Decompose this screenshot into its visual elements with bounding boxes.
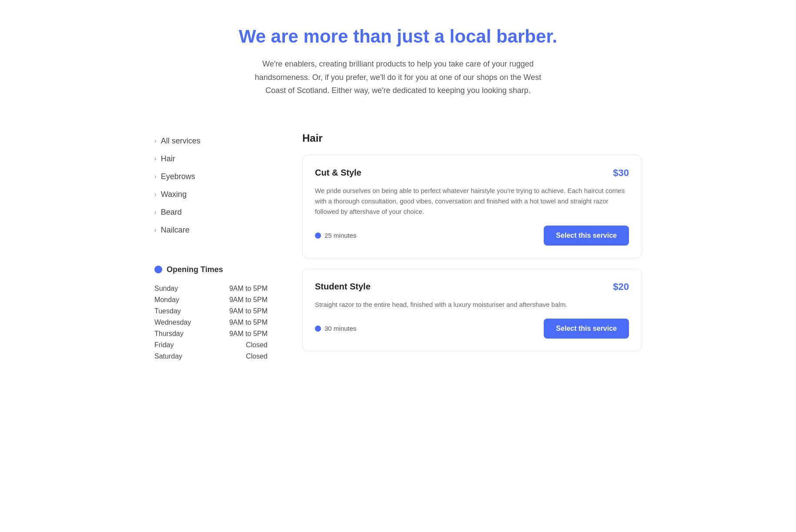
nav-item[interactable]: ›Eyebrows	[154, 168, 268, 186]
duration-text: 25 minutes	[324, 232, 356, 239]
hours-row: Thursday 9AM to 5PM	[154, 328, 268, 339]
hours-time: 9AM to 5PM	[210, 317, 268, 328]
services-category-title: Hair	[302, 132, 642, 144]
service-name: Cut & Style	[315, 168, 361, 178]
nav-item-label: Beard	[161, 208, 182, 217]
chevron-icon: ›	[154, 209, 157, 216]
services-area: Hair Cut & Style $30 We pride ourselves …	[302, 132, 642, 362]
nav-item[interactable]: ›Waxing	[154, 186, 268, 203]
service-description: We pride ourselves on being able to perf…	[315, 186, 629, 217]
hours-day: Friday	[154, 339, 210, 351]
duration-dot	[315, 326, 321, 332]
chevron-icon: ›	[154, 137, 157, 144]
hours-row: Sunday 9AM to 5PM	[154, 283, 268, 294]
nav-item-label: All services	[161, 136, 201, 146]
select-service-button[interactable]: Select this service	[544, 319, 629, 339]
opening-times-dot	[154, 266, 162, 273]
service-card: Student Style $20 Straight razor to the …	[302, 269, 642, 351]
nav-item[interactable]: ›Beard	[154, 203, 268, 221]
hours-row: Tuesday 9AM to 5PM	[154, 306, 268, 317]
hero-section: We are more than just a local barber. We…	[154, 26, 642, 97]
select-service-button[interactable]: Select this service	[544, 226, 629, 246]
nav-item-label: Hair	[161, 154, 175, 163]
service-description: Straight razor to the entire head, finis…	[315, 299, 629, 310]
duration-badge: 25 minutes	[315, 232, 356, 239]
opening-times-header: Opening Times	[154, 265, 268, 274]
chevron-icon: ›	[154, 173, 157, 180]
service-card: Cut & Style $30 We pride ourselves on be…	[302, 155, 642, 258]
service-price: $30	[613, 167, 629, 179]
hours-row: Saturday Closed	[154, 351, 268, 362]
hours-day: Monday	[154, 294, 210, 306]
service-card-header: Student Style $20	[315, 281, 629, 293]
hours-day: Sunday	[154, 283, 210, 294]
page-wrapper: We are more than just a local barber. We…	[137, 0, 659, 388]
services-list: Cut & Style $30 We pride ourselves on be…	[302, 155, 642, 351]
nav-item[interactable]: ›Nailcare	[154, 221, 268, 239]
hours-row: Wednesday 9AM to 5PM	[154, 317, 268, 328]
nav-item[interactable]: ›All services	[154, 132, 268, 150]
chevron-icon: ›	[154, 191, 157, 198]
nav-item-label: Eyebrows	[161, 172, 195, 181]
service-card-header: Cut & Style $30	[315, 167, 629, 179]
hours-day: Saturday	[154, 351, 210, 362]
hours-time: 9AM to 5PM	[210, 328, 268, 339]
service-card-footer: 30 minutes Select this service	[315, 319, 629, 339]
chevron-icon: ›	[154, 155, 157, 162]
hero-title: We are more than just a local barber.	[154, 26, 642, 47]
services-nav-list: ›All services›Hair›Eyebrows›Waxing›Beard…	[154, 132, 268, 239]
hours-row: Monday 9AM to 5PM	[154, 294, 268, 306]
service-price: $20	[613, 281, 629, 293]
opening-times-title: Opening Times	[167, 265, 223, 274]
sidebar: ›All services›Hair›Eyebrows›Waxing›Beard…	[154, 132, 268, 362]
hours-time: 9AM to 5PM	[210, 306, 268, 317]
hours-day: Thursday	[154, 328, 210, 339]
duration-text: 30 minutes	[324, 325, 356, 332]
main-content: ›All services›Hair›Eyebrows›Waxing›Beard…	[154, 132, 642, 362]
hours-time: 9AM to 5PM	[210, 294, 268, 306]
hours-day: Tuesday	[154, 306, 210, 317]
duration-badge: 30 minutes	[315, 325, 356, 332]
hours-table: Sunday 9AM to 5PM Monday 9AM to 5PM Tues…	[154, 283, 268, 362]
nav-item[interactable]: ›Hair	[154, 150, 268, 168]
service-card-footer: 25 minutes Select this service	[315, 226, 629, 246]
duration-dot	[315, 233, 321, 239]
hours-time: Closed	[210, 351, 268, 362]
hours-day: Wednesday	[154, 317, 210, 328]
service-name: Student Style	[315, 282, 371, 292]
opening-times-section: Opening Times Sunday 9AM to 5PM Monday 9…	[154, 265, 268, 362]
chevron-icon: ›	[154, 226, 157, 233]
hero-description: We're enablers, creating brilliant produ…	[246, 57, 550, 97]
nav-item-label: Waxing	[161, 190, 187, 199]
hours-row: Friday Closed	[154, 339, 268, 351]
hours-time: Closed	[210, 339, 268, 351]
hours-time: 9AM to 5PM	[210, 283, 268, 294]
nav-item-label: Nailcare	[161, 226, 190, 235]
